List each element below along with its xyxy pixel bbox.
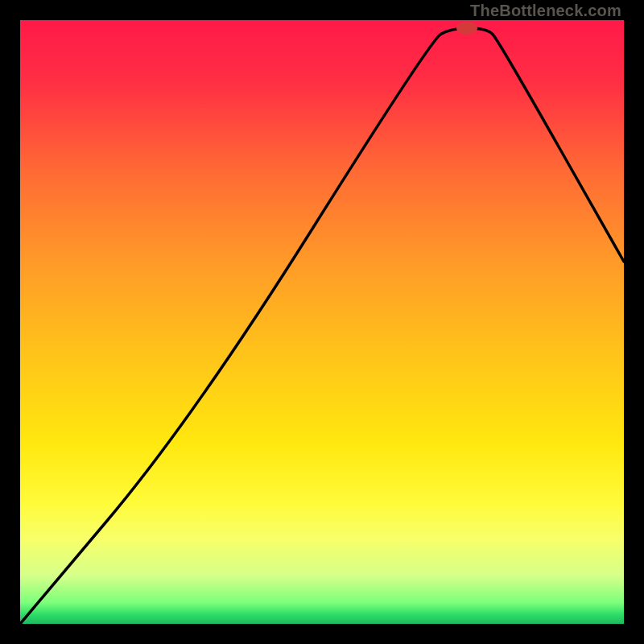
bottleneck-chart bbox=[20, 20, 624, 624]
watermark-text: TheBottleneck.com bbox=[470, 2, 621, 20]
optimal-marker bbox=[456, 22, 477, 35]
chart-frame bbox=[20, 20, 624, 624]
gradient-background bbox=[20, 20, 624, 624]
